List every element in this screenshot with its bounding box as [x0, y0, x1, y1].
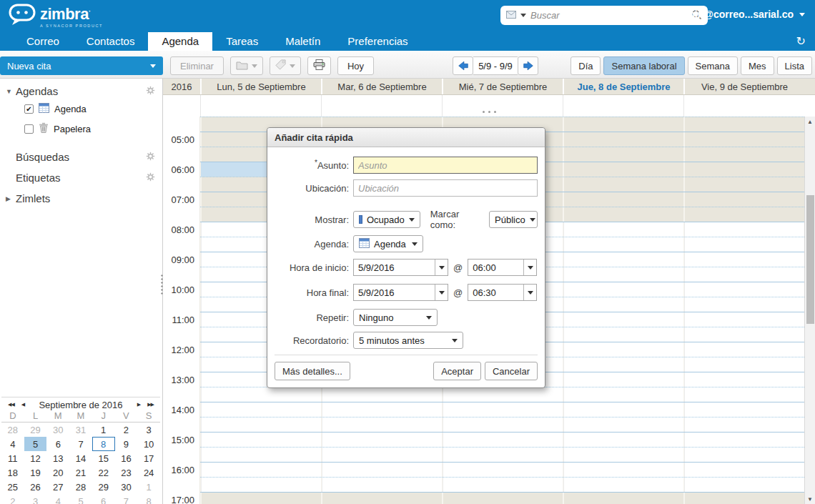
scroll-up-icon[interactable]: ▲: [805, 119, 815, 125]
minical-day[interactable]: 27: [46, 480, 69, 494]
subject-input[interactable]: [353, 157, 538, 174]
minical-day[interactable]: 4: [46, 494, 69, 504]
more-details-button[interactable]: Más detalles...: [275, 362, 350, 380]
calendar-item-papelera[interactable]: Papelera: [0, 119, 162, 139]
allday-resize-handle-icon[interactable]: [483, 111, 498, 114]
minical-day[interactable]: 30: [46, 423, 69, 437]
day-column[interactable]: [683, 117, 804, 504]
mark-as-dropdown[interactable]: Público: [489, 211, 538, 228]
minical-month-title[interactable]: Septiembre de 2016: [28, 400, 134, 410]
time-picker-caret-icon[interactable]: [523, 260, 536, 275]
minical-day[interactable]: 24: [137, 465, 160, 480]
minical-day[interactable]: 3: [24, 494, 47, 504]
minical-day[interactable]: 2: [115, 423, 138, 437]
calendar-day-header[interactable]: Mar, 6 de Septiembre: [321, 79, 442, 94]
agendas-section-header[interactable]: ▼ Agendas: [0, 79, 162, 99]
repeat-dropdown[interactable]: Ninguno: [353, 309, 438, 326]
view-dia[interactable]: Día: [570, 56, 601, 75]
minical-day[interactable]: 8: [137, 494, 160, 504]
scroll-down-icon[interactable]: ▼: [805, 496, 815, 503]
tab-agenda[interactable]: Agenda: [148, 32, 212, 51]
collapse-icon[interactable]: ▼: [6, 88, 16, 95]
minical-day[interactable]: 26: [24, 480, 47, 494]
minical-day[interactable]: 5: [24, 437, 47, 451]
minical-day[interactable]: 2: [1, 494, 24, 504]
move-button[interactable]: [230, 56, 263, 75]
tab-maletin[interactable]: Maletín: [272, 32, 334, 51]
expand-icon[interactable]: ▶: [6, 195, 16, 202]
minical-day[interactable]: 5: [69, 494, 92, 504]
minical-day[interactable]: 21: [69, 465, 92, 480]
start-time-combo[interactable]: 06:00: [468, 259, 537, 276]
start-date-combo[interactable]: 5/9/2016: [353, 259, 448, 276]
zimlets-section-header[interactable]: ▶ Zimlets: [0, 186, 162, 207]
tab-tareas[interactable]: Tareas: [212, 32, 272, 51]
tags-section-header[interactable]: Etiquetas: [0, 165, 162, 186]
ok-button[interactable]: Aceptar: [433, 362, 481, 380]
minical-day[interactable]: 7: [69, 437, 92, 451]
calendar-day-header[interactable]: Mié, 7 de Septiembre: [442, 79, 563, 94]
minical-prev-month-button[interactable]: ◀: [18, 402, 28, 407]
minical-day[interactable]: 10: [137, 437, 160, 451]
view-semana[interactable]: Semana: [688, 56, 738, 75]
new-appointment-button[interactable]: Nueva cita: [0, 56, 163, 75]
searches-gear-icon[interactable]: [146, 151, 155, 163]
minical-day[interactable]: 11: [1, 451, 24, 465]
searches-section-header[interactable]: Búsquedas: [0, 144, 162, 165]
minical-day[interactable]: 29: [24, 423, 47, 437]
today-button[interactable]: Hoy: [337, 56, 374, 75]
minical-day[interactable]: 6: [46, 437, 69, 451]
delete-button[interactable]: Eliminar: [170, 56, 224, 75]
minical-day[interactable]: 3: [137, 423, 160, 437]
calendar-day-header[interactable]: Lun, 5 de Septiembre: [200, 79, 321, 94]
minical-day[interactable]: 30: [115, 480, 138, 494]
view-mes[interactable]: Mes: [741, 56, 774, 75]
minical-day[interactable]: 25: [1, 480, 24, 494]
tab-contactos[interactable]: Contactos: [73, 32, 149, 51]
minical-day[interactable]: 28: [69, 480, 92, 494]
scrollbar-thumb[interactable]: [806, 195, 814, 324]
calendar-day-header[interactable]: Vie, 9 de Septiembre: [683, 79, 804, 94]
minical-day[interactable]: 23: [115, 465, 138, 480]
minical-next-month-button[interactable]: ▶: [134, 402, 144, 407]
minical-day[interactable]: 20: [46, 465, 69, 480]
tag-button[interactable]: [270, 56, 301, 75]
papelera-checkbox[interactable]: [24, 124, 34, 134]
print-button[interactable]: [307, 56, 331, 75]
minical-day[interactable]: 12: [24, 451, 47, 465]
end-time-combo[interactable]: 06:30: [468, 284, 537, 301]
date-picker-caret-icon[interactable]: [435, 260, 448, 275]
minical-day[interactable]: 17: [137, 451, 160, 465]
minical-day[interactable]: 16: [115, 451, 138, 465]
location-input[interactable]: [353, 179, 538, 197]
refresh-icon[interactable]: ↻: [796, 34, 806, 48]
minical-day[interactable]: 22: [92, 465, 115, 480]
minical-day[interactable]: 29: [92, 480, 115, 494]
minical-day[interactable]: 28: [1, 423, 24, 437]
minical-day[interactable]: 18: [1, 465, 24, 480]
vertical-scrollbar[interactable]: ▲ ▼: [804, 117, 815, 504]
minical-day[interactable]: 1: [137, 480, 160, 494]
search-scope-caret-icon[interactable]: [520, 14, 526, 17]
calendar-day-header[interactable]: Jue, 8 de Septiembre: [563, 79, 683, 94]
minical-day[interactable]: 31: [69, 423, 92, 437]
calendar-dropdown[interactable]: Agenda: [353, 235, 423, 252]
agendas-gear-icon[interactable]: [146, 85, 155, 97]
minical-day[interactable]: 14: [69, 451, 92, 465]
allday-events-row[interactable]: [163, 95, 815, 117]
tab-preferencias[interactable]: Preferencias: [334, 32, 421, 51]
minical-day[interactable]: 4: [1, 437, 24, 451]
minical-prev-year-button[interactable]: ◀◀: [4, 402, 18, 407]
cancel-button[interactable]: Cancelar: [485, 362, 538, 380]
minical-day[interactable]: 7: [115, 494, 138, 504]
time-picker-caret-icon[interactable]: [523, 285, 536, 300]
minical-day[interactable]: 1: [92, 423, 115, 437]
tab-correo[interactable]: Correo: [13, 32, 73, 51]
minical-day[interactable]: 9: [115, 437, 138, 451]
account-menu[interactable]: admin@correo...sarial.co: [674, 9, 805, 20]
tags-gear-icon[interactable]: [146, 172, 155, 184]
agenda-checkbox[interactable]: ✔: [24, 104, 34, 114]
view-lista[interactable]: Lista: [777, 56, 812, 75]
minical-next-year-button[interactable]: ▶▶: [144, 402, 157, 407]
minical-day[interactable]: 15: [92, 451, 115, 465]
